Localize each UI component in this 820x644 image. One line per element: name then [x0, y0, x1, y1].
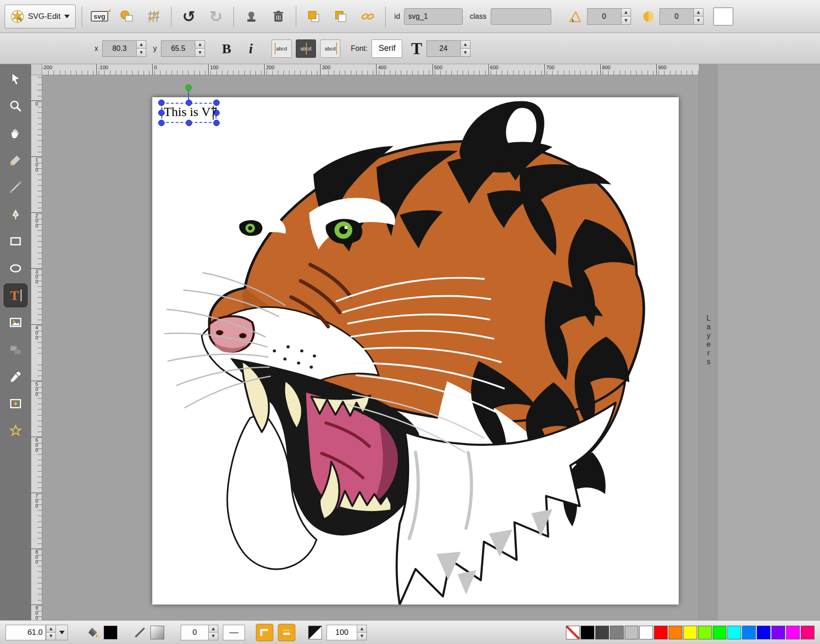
palette-swatch[interactable] [625, 626, 638, 639]
spinner-down-icon[interactable] [208, 633, 218, 640]
image-tool[interactable] [4, 311, 28, 334]
stroke-dash-select[interactable]: — [223, 625, 245, 640]
palette-swatch[interactable] [786, 626, 800, 639]
fill-color-swatch[interactable] [104, 626, 117, 639]
text-anchor-start-button[interactable]: abcd [271, 39, 292, 58]
zoom-spinner-up-icon[interactable] [46, 625, 56, 633]
h-ruler-label: 700 [544, 64, 554, 75]
spinner-down-icon[interactable] [357, 633, 367, 640]
layers-tab[interactable]: L a y e r s [699, 64, 717, 620]
blur-input[interactable] [659, 8, 693, 25]
zoom-dropdown-button[interactable] [56, 625, 68, 640]
editor-preferences-button[interactable] [142, 5, 165, 28]
v-ruler-label: 7 0 0 [31, 493, 42, 509]
palette-swatch[interactable] [713, 626, 726, 639]
move-to-bottom-button[interactable] [329, 5, 352, 28]
main-menu-button[interactable]: SVG-Edit [5, 5, 76, 28]
zoom-spinner-down-icon[interactable] [46, 633, 56, 640]
line-tool[interactable] [4, 175, 28, 199]
spinner-up-icon[interactable] [460, 40, 471, 49]
y-input[interactable] [161, 40, 195, 57]
palette-swatch[interactable] [669, 626, 682, 639]
anchor-caret-icon [336, 43, 337, 55]
background-color-button[interactable] [713, 7, 733, 26]
move-to-top-button[interactable] [302, 5, 325, 28]
pencil-tool[interactable] [4, 148, 28, 172]
selection-handle-se[interactable] [213, 120, 220, 126]
palette-swatch[interactable] [639, 626, 653, 639]
selection-handle-s[interactable] [186, 120, 192, 126]
palette-swatch[interactable] [757, 626, 770, 639]
spinner-down-icon[interactable] [136, 49, 146, 57]
select-tool[interactable] [4, 67, 28, 91]
opacity-input[interactable] [327, 625, 357, 640]
redo-button[interactable]: ↻ [205, 5, 227, 28]
selection-rotate-handle[interactable] [185, 84, 192, 91]
linejoin-button[interactable] [256, 624, 273, 641]
clone-button[interactable] [240, 5, 263, 28]
canvas-text-element[interactable]: This is V7 [164, 105, 217, 119]
class-input[interactable] [491, 8, 551, 25]
palette-swatch[interactable] [654, 626, 668, 639]
h-ruler-label: 400 [376, 64, 386, 75]
spinner-up-icon[interactable] [195, 40, 205, 49]
palette-swatch[interactable] [610, 626, 624, 639]
zoom-input[interactable] [6, 625, 46, 640]
palette-swatch[interactable] [595, 626, 609, 639]
selection-handle-sw[interactable] [158, 120, 165, 126]
palette-swatch[interactable] [801, 626, 814, 639]
text-anchor-middle-button[interactable]: abcd [296, 39, 316, 58]
bold-button[interactable]: B [216, 39, 237, 59]
spinner-up-icon[interactable] [621, 8, 631, 17]
connector-tool[interactable] [4, 338, 28, 361]
spinner-up-icon[interactable] [136, 40, 146, 49]
palette-swatch[interactable] [727, 626, 741, 639]
star-tool[interactable] [4, 419, 28, 443]
v-ruler-label: 3 0 0 [31, 268, 42, 284]
ellipse-tool[interactable] [4, 256, 28, 280]
svg-canvas[interactable] [152, 97, 679, 605]
spinner-up-icon[interactable] [208, 625, 218, 633]
x-field-label: x [94, 44, 98, 53]
pan-tool[interactable] [4, 121, 28, 145]
x-input[interactable] [102, 40, 136, 57]
palette-swatch-none[interactable] [566, 626, 580, 639]
make-link-button[interactable] [356, 5, 379, 28]
linecap-button[interactable] [278, 624, 295, 641]
palette-swatch[interactable] [683, 626, 697, 639]
undo-button[interactable]: ↺ [177, 5, 200, 28]
document-properties-icon [120, 10, 133, 23]
tiger-artwork[interactable] [152, 97, 679, 605]
text-anchor-end-label: abcd [325, 46, 336, 51]
path-tool[interactable] [4, 202, 28, 226]
hand-icon [9, 126, 22, 140]
palette-swatch[interactable] [742, 626, 756, 639]
zoom-tool[interactable] [4, 94, 28, 118]
italic-button[interactable]: i [241, 39, 261, 59]
font-size-input-group [427, 40, 471, 57]
spinner-down-icon[interactable] [693, 17, 704, 25]
palette-swatch[interactable] [698, 626, 712, 639]
palette-swatch[interactable] [581, 626, 594, 639]
id-input[interactable] [404, 8, 463, 25]
stroke-width-input[interactable] [181, 625, 208, 640]
v-ruler-label: 5 0 0 [31, 381, 42, 397]
spinner-down-icon[interactable] [460, 49, 471, 57]
angle-input[interactable] [587, 8, 621, 25]
spinner-down-icon[interactable] [621, 17, 631, 25]
text-anchor-end-button[interactable]: abcd [320, 39, 340, 58]
document-properties-button[interactable] [115, 5, 138, 28]
eyedropper-tool[interactable] [4, 365, 28, 389]
font-family-button[interactable]: Serif [371, 39, 402, 58]
spinner-down-icon[interactable] [195, 49, 205, 57]
text-tool[interactable]: T [4, 283, 28, 307]
spinner-up-icon[interactable] [357, 625, 367, 633]
stroke-color-swatch[interactable] [150, 626, 164, 639]
source-editor-button[interactable]: svg [88, 5, 111, 28]
delete-button[interactable] [267, 5, 290, 28]
spinner-up-icon[interactable] [693, 8, 704, 17]
palette-swatch[interactable] [771, 626, 785, 639]
shape-library-tool[interactable] [4, 392, 28, 416]
rect-tool[interactable] [4, 229, 28, 253]
font-size-input[interactable] [427, 40, 460, 57]
